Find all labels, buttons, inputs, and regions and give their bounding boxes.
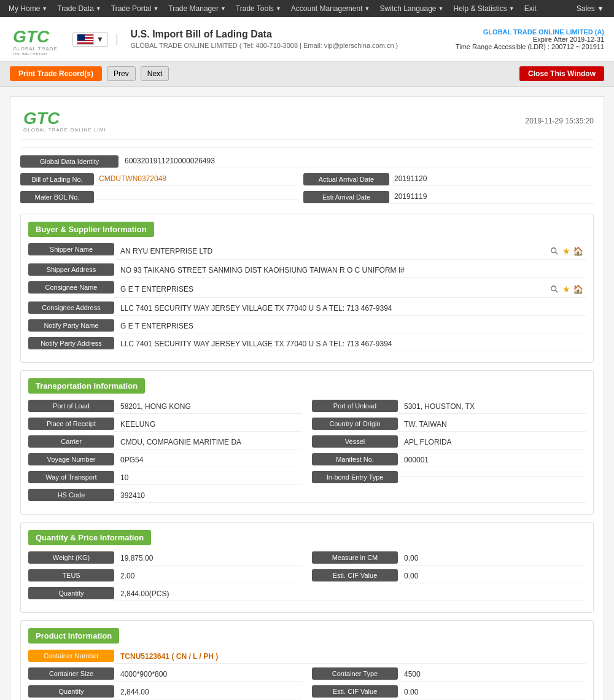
next-button-top[interactable]: Next (141, 66, 169, 81)
vessel-col: Vessel APL FLORIDA (312, 435, 586, 449)
weight-value: 19,875.00 (114, 551, 302, 566)
nav-my-home[interactable]: My Home ▼ (5, 2, 51, 15)
container-size-label: Container Size (28, 667, 114, 680)
measure-in-cm-value: 0.00 (398, 551, 586, 566)
product-section: Product Information Container Number TCN… (20, 620, 594, 700)
in-bond-entry-type-label: In-bond Entry Type (312, 471, 398, 483)
nav-trade-data[interactable]: Trade Data ▼ (53, 2, 105, 15)
product-quantity-value: 2,844.00 (114, 685, 302, 699)
in-bond-entry-type-col: In-bond Entry Type (312, 471, 586, 485)
card-logo: GTC GLOBAL TRADE ONLINE LIMITED (20, 107, 106, 134)
shipper-name-value-row: AN RYU ENTERPRISE LTD ★ 🏠 (114, 243, 586, 260)
way-inbond-row: Way of Transport 10 In-bond Entry Type (28, 471, 586, 485)
language-flag[interactable]: ▼ (72, 32, 108, 47)
nav-items-left: My Home ▼ Trade Data ▼ Trade Portal ▼ Tr… (5, 2, 540, 15)
nav-trade-manager[interactable]: Trade Manager ▼ (165, 2, 230, 15)
card-divider (20, 147, 594, 148)
hs-code-label: HS Code (28, 489, 114, 501)
in-bond-entry-type-value (398, 471, 586, 476)
esti-cif-label: Esti. CIF Value (312, 569, 398, 581)
card-logo-svg: GTC GLOBAL TRADE ONLINE LIMITED (20, 107, 106, 134)
quantity-value: 2,844.00(PCS) (114, 587, 586, 601)
print-button-top[interactable]: Print Trade Record(s) (10, 66, 102, 81)
consignee-search-icon[interactable] (549, 284, 560, 295)
manifest-no-value: 000001 (398, 453, 586, 467)
shipper-address-value: NO 93 TAIKANG STREET SANMING DIST KAOHSI… (114, 263, 586, 278)
hs-code-value: 392410 (114, 489, 586, 503)
header-ldr: Time Range Accessible (LDR) : 200712 ~ 2… (456, 43, 604, 50)
quantity-price-header: Quantity & Price Information (28, 530, 151, 545)
actual-arrival-label: Actual Arrival Date (303, 173, 389, 185)
nav-exit[interactable]: Exit (521, 2, 540, 15)
nav-trade-manager-arrow: ▼ (220, 6, 226, 12)
header-subtitle: GLOBAL TRADE ONLINE LIMITED ( Tel: 400-7… (131, 42, 456, 49)
port-of-load-label: Port of Load (28, 400, 114, 412)
product-quantity-col: Quantity 2,844.00 (28, 685, 302, 699)
shipper-search-icon[interactable] (549, 246, 560, 257)
svg-line-6 (556, 252, 558, 255)
global-data-identity-value: 6003201911210000026493 (119, 154, 594, 168)
nav-trade-tools[interactable]: Trade Tools ▼ (232, 2, 285, 15)
consignee-home-icon[interactable]: 🏠 (573, 284, 583, 294)
card-datetime: 2019-11-29 15:35:20 (526, 117, 594, 125)
consignee-address-row: Consignee Address LLC 7401 SECURITY WAY … (28, 301, 586, 316)
product-esti-cif-col: Esti. CIF Value 0.00 (312, 685, 586, 699)
shipper-name-label: Shipper Name (28, 243, 114, 255)
bol-no-value: CMDUTWN0372048 (94, 172, 298, 186)
port-row: Port of Load 58201, HONG KONG Port of Un… (28, 400, 586, 414)
place-of-receipt-col: Place of Receipt KEELUNG (28, 418, 302, 432)
nav-my-home-arrow: ▼ (42, 6, 47, 12)
container-type-value: 4500 (398, 667, 586, 682)
record-card: GTC GLOBAL TRADE ONLINE LIMITED 2019-11-… (10, 96, 604, 700)
bol-no-label: Bill of Lading No. (20, 173, 94, 185)
notify-party-address-label: Notify Party Address (28, 337, 114, 349)
container-type-label: Container Type (312, 667, 398, 680)
voyage-number-col: Voyage Number 0PG54 (28, 453, 302, 467)
measure-col: Measure in CM 0.00 (312, 551, 586, 566)
svg-point-7 (551, 286, 556, 291)
container-size-type-row: Container Size 4000*900*800 Container Ty… (28, 667, 586, 682)
voyage-number-label: Voyage Number (28, 453, 114, 465)
nav-account-management[interactable]: Account Management ▼ (287, 2, 374, 15)
country-of-origin-label: Country of Origin (312, 418, 398, 430)
shipper-address-row: Shipper Address NO 93 TAIKANG STREET SAN… (28, 263, 586, 278)
carrier-value: CMDU, COMPAGNIE MARITIME DA (114, 435, 302, 449)
weight-label: Weight (KG) (28, 551, 114, 564)
quantity-price-section: Quantity & Price Information Weight (KG)… (20, 522, 594, 613)
svg-text:GLOBAL TRADE ONLINE LIMITED: GLOBAL TRADE ONLINE LIMITED (23, 127, 106, 133)
way-of-transport-value: 10 (114, 471, 302, 485)
notify-party-name-value: G E T ENTERPRISES (114, 319, 586, 333)
svg-text:GTC: GTC (23, 109, 60, 128)
shipper-home-icon[interactable]: 🏠 (573, 246, 583, 256)
country-of-origin-value: TW, TAIWAN (398, 418, 586, 432)
place-of-receipt-value: KEELUNG (114, 418, 302, 432)
spacer1 (20, 208, 594, 214)
notify-party-name-row: Notify Party Name G E T ENTERPRISES (28, 319, 586, 333)
weight-col: Weight (KG) 19,875.00 (28, 551, 302, 566)
svg-point-5 (551, 248, 556, 253)
product-header: Product Information (28, 628, 119, 644)
card-header: GTC GLOBAL TRADE ONLINE LIMITED 2019-11-… (20, 107, 594, 140)
consignee-star-icon[interactable]: ★ (562, 284, 570, 294)
consignee-address-label: Consignee Address (28, 301, 114, 314)
nav-switch-language[interactable]: Switch Language ▼ (376, 2, 447, 15)
nav-help-statistics[interactable]: Help & Statistics ▼ (449, 2, 518, 15)
nav-trade-portal[interactable]: Trade Portal ▼ (107, 2, 163, 15)
main-content: GTC GLOBAL TRADE ONLINE LIMITED 2019-11-… (0, 87, 614, 700)
vessel-label: Vessel (312, 435, 398, 448)
hs-code-row: HS Code 392410 (28, 489, 586, 503)
prev-button-top[interactable]: Prev (107, 66, 136, 81)
transportation-section: Transportation Information Port of Load … (20, 370, 594, 515)
nav-trade-portal-arrow: ▼ (153, 6, 158, 12)
svg-text:GTC: GTC (13, 27, 50, 46)
manifest-no-col: Manifest No. 000001 (312, 453, 586, 467)
nav-sales[interactable]: Sales ▼ (572, 2, 609, 15)
consignee-name-value-row: G E T ENTERPRISES ★ 🏠 (114, 281, 586, 298)
notify-party-address-value: LLC 7401 SECURITY WAY JERSEY VILLAGE TX … (114, 337, 586, 351)
port-of-unload-value: 5301, HOUSTON, TX (398, 400, 586, 414)
close-button-top[interactable]: Close This Window (519, 66, 604, 81)
product-quantity-label: Quantity (28, 685, 114, 698)
voyage-manifest-row: Voyage Number 0PG54 Manifest No. 000001 (28, 453, 586, 467)
shipper-name-row: Shipper Name AN RYU ENTERPRISE LTD ★ 🏠 (28, 243, 586, 260)
shipper-star-icon[interactable]: ★ (562, 246, 570, 256)
